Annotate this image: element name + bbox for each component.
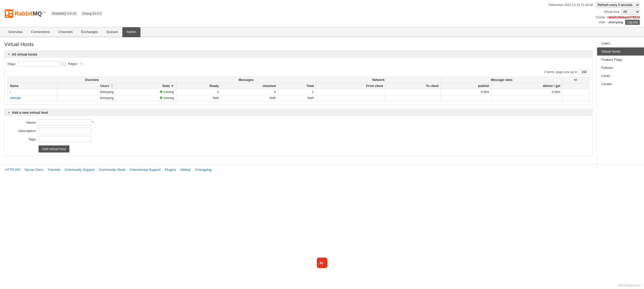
sidebar-virtual-hosts[interactable]: Virtual Hosts <box>597 47 644 56</box>
cluster-name: rabbit@6abaa1f7823d <box>607 15 640 19</box>
form-name-label: Name: <box>8 121 36 124</box>
nav-channels[interactable]: Channels <box>54 27 77 37</box>
status-dot <box>160 96 162 99</box>
th-deliver-get: deliver / get <box>492 83 563 89</box>
cell-total: 2 <box>278 89 316 95</box>
footer-commercial-support[interactable]: Commercial Support <box>130 168 161 172</box>
add-vhost-button[interactable]: Add virtual host <box>39 145 69 152</box>
page-size-input[interactable] <box>579 69 589 75</box>
toggle-icon: ▼ <box>8 53 10 56</box>
layout: Virtual Hosts ▼ All virtual hosts Filter… <box>0 37 644 164</box>
erlang-version: Erlang 24.0.3 <box>81 11 103 16</box>
footer: HTTP API Server Docs Tutorials Community… <box>0 164 644 175</box>
logo-orange: Rabbit <box>15 10 32 17</box>
all-vhosts-header[interactable]: ▼ All virtual hosts <box>4 51 592 58</box>
cluster-row: Cluster rabbit@6abaa1f7823d <box>549 15 640 19</box>
cell-from-client <box>316 89 385 95</box>
footer-community-slack[interactable]: Community Slack <box>99 168 125 172</box>
sidebar-limits[interactable]: Limits <box>597 72 644 80</box>
user-name: shenyang <box>608 20 623 24</box>
add-vhost-header[interactable]: ▼ Add a new virtual host <box>4 109 592 116</box>
sidebar-users[interactable]: Users <box>597 39 644 47</box>
all-vhosts-body: Filter: Regex ? 2 items, page size up to… <box>4 58 592 104</box>
nav-queues[interactable]: Queues <box>102 27 123 37</box>
form-tags-row: Tags: <box>8 136 589 142</box>
sidebar-cluster[interactable]: Cluster <box>597 80 644 88</box>
add-vhost-body: Name: * Description: Tags: Add virtual h… <box>4 116 592 156</box>
footer-plugins[interactable]: Plugins <box>165 168 176 172</box>
users-help-icon[interactable]: ? <box>110 84 114 88</box>
vhost-desc-input[interactable] <box>39 128 91 134</box>
all-vhosts-label: All virtual hosts <box>12 52 37 56</box>
rabbitmq-version: RabbitMQ 3.8.19 <box>51 11 78 16</box>
nav-overview[interactable]: Overview <box>4 27 27 37</box>
required-star: * <box>92 121 93 124</box>
nav-exchanges[interactable]: Exchanges <box>77 27 102 37</box>
vhost-select[interactable]: All / /shenjie <box>621 9 640 15</box>
vhost-table: Overview Messages Network Message rates … <box>8 77 589 101</box>
th-actions <box>563 83 589 89</box>
footer-community-support[interactable]: Community Support <box>64 168 95 172</box>
cell-deliver-get <box>492 95 563 101</box>
cell-actions <box>563 95 589 101</box>
table-row: /shenjie shenyang running NaN NaN NaN <box>8 95 589 101</box>
add-vhost-label: Add a new virtual host <box>12 111 48 114</box>
cluster-label: Cluster <box>596 15 605 19</box>
top-right: Refreshed 2023-12-15 21:40:40 Refresh ev… <box>549 2 640 25</box>
footer-server-docs[interactable]: Server Docs <box>25 168 43 172</box>
logo-text: RabbitMQTM <box>15 10 45 17</box>
vhost-link[interactable]: /shenjie <box>10 96 21 100</box>
col-group-overview: Overview <box>8 77 176 83</box>
cell-from-client <box>316 95 385 101</box>
cell-unacked: 0 <box>221 89 278 95</box>
regex-label: Regex <box>68 62 78 66</box>
th-to-client: To client <box>385 83 441 89</box>
footer-http-api[interactable]: HTTP API <box>5 168 20 172</box>
cell-state: running <box>116 89 176 95</box>
filter-label: Filter: <box>8 62 16 66</box>
col-group-message-rates: Message rates <box>441 77 563 83</box>
cell-users: shenyang <box>57 95 116 101</box>
cell-users: shenyang <box>57 89 116 95</box>
vhost-table-body: / shenyang running 2 0 2 0.00/s 0.00/s /… <box>8 89 589 101</box>
vhost-tags-input[interactable] <box>39 136 91 142</box>
svg-rect-2 <box>9 11 12 13</box>
sidebar-feature-flags[interactable]: Feature Flags <box>597 56 644 64</box>
rabbitmq-logo-icon <box>4 9 14 18</box>
version-info: RabbitMQ 3.8.19 Erlang 24.0.3 <box>51 12 105 15</box>
cell-name: / <box>8 89 57 95</box>
col-group-plus-minus: +/- <box>563 77 589 83</box>
th-from-client: From client <box>316 83 385 89</box>
nav-admin[interactable]: Admin <box>122 27 140 37</box>
filter-row: Filter: Regex ? <box>8 61 589 67</box>
col-group-messages: Messages <box>176 77 316 83</box>
th-users: Users ? <box>57 83 116 89</box>
user-label: User <box>599 20 605 24</box>
form-desc-row: Description: <box>8 128 589 134</box>
form-tags-label: Tags: <box>8 137 36 141</box>
vhost-name-input[interactable] <box>39 119 91 126</box>
vhost-link[interactable]: / <box>10 90 11 94</box>
nav: Overview Connections Channels Exchanges … <box>0 27 644 37</box>
footer-github[interactable]: GitHub <box>180 168 191 172</box>
th-state[interactable]: State ▼ <box>116 83 176 89</box>
footer-changelog[interactable]: Changelog <box>195 168 211 172</box>
th-ready[interactable]: Ready <box>176 83 221 89</box>
logo-tm: TM <box>42 11 45 14</box>
regex-checkbox[interactable] <box>62 62 66 66</box>
cell-total: NaN <box>278 95 316 101</box>
nav-connections[interactable]: Connections <box>27 27 54 37</box>
logo-dark: MQ <box>32 10 42 17</box>
th-total: Total <box>278 83 316 89</box>
th-name[interactable]: Name <box>8 83 57 89</box>
filter-input[interactable] <box>18 61 60 67</box>
th-publish: publish <box>441 83 492 89</box>
regex-help-icon[interactable]: ? <box>79 62 83 66</box>
cell-ready: NaN <box>176 95 221 101</box>
refresh-select[interactable]: Refresh every 5 seconds Refresh every 10… <box>595 2 640 8</box>
cell-publish <box>441 95 492 101</box>
footer-tutorials[interactable]: Tutorials <box>47 168 60 172</box>
sidebar-policies[interactable]: Policies <box>597 64 644 72</box>
vhost-row: Virtual host All / /shenjie <box>549 9 640 15</box>
logout-button[interactable]: Log out <box>625 20 640 25</box>
